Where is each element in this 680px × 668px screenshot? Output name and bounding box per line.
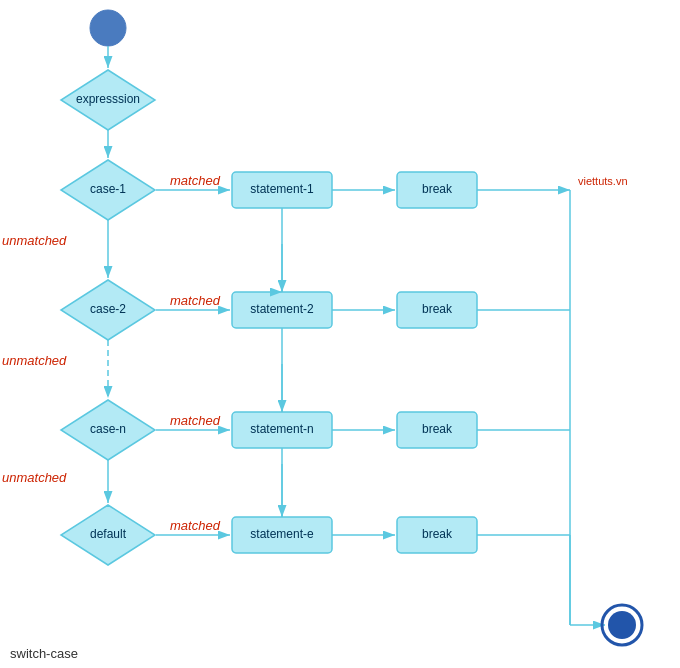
unmatched-label-1: unmatched bbox=[2, 233, 67, 248]
watermark-text: viettuts.vn bbox=[578, 175, 628, 187]
breakN-label: break bbox=[422, 422, 453, 436]
matched-label-n: matched bbox=[170, 413, 221, 428]
break2-label: break bbox=[422, 302, 453, 316]
unmatched-label-2: unmatched bbox=[2, 353, 67, 368]
expression-label: expresssion bbox=[76, 92, 140, 106]
break1-label: break bbox=[422, 182, 453, 196]
default-label: default bbox=[90, 527, 127, 541]
statement1-label: statement-1 bbox=[250, 182, 314, 196]
breakE-label: break bbox=[422, 527, 453, 541]
end-circle-inner bbox=[608, 611, 636, 639]
caseN-label: case-n bbox=[90, 422, 126, 436]
matched-label-2: matched bbox=[170, 293, 221, 308]
unmatched-label-n: unmatched bbox=[2, 470, 67, 485]
matched-label-1: matched bbox=[170, 173, 221, 188]
statement2-label: statement-2 bbox=[250, 302, 314, 316]
matched-label-default: matched bbox=[170, 518, 221, 533]
statementE-label: statement-e bbox=[250, 527, 314, 541]
statementN-label: statement-n bbox=[250, 422, 313, 436]
caption-text: switch-case bbox=[10, 646, 78, 661]
start-circle bbox=[90, 10, 126, 46]
case2-label: case-2 bbox=[90, 302, 126, 316]
case1-label: case-1 bbox=[90, 182, 126, 196]
